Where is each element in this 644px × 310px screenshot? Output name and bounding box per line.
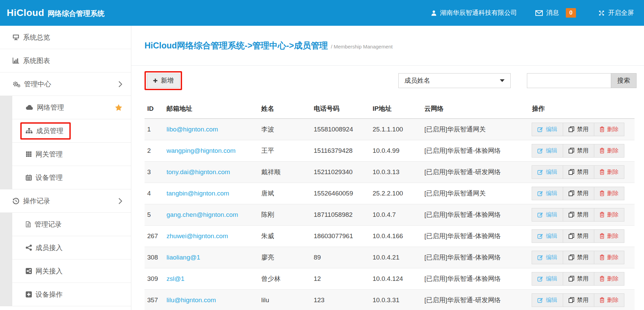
row-email: zhuwei@hignton.com — [164, 225, 259, 247]
email-link[interactable]: liaoliang@1 — [166, 254, 200, 261]
email-link[interactable]: zhuwei@hignton.com — [166, 232, 228, 240]
disable-button[interactable]: 禁用 — [563, 293, 594, 307]
row-network: [已启用]华辰智通-体验网络 — [422, 268, 529, 289]
messages-menu[interactable]: 消息 0 — [535, 8, 576, 18]
row-phone: 89 — [311, 247, 370, 268]
sidebar-item-operation-logs[interactable]: 操作记录 — [0, 189, 131, 213]
email-link[interactable]: tony.dai@hignton.com — [166, 168, 230, 175]
disable-button[interactable]: 禁用 — [563, 208, 594, 222]
edit-button[interactable]: 编辑 — [532, 144, 563, 158]
sidebar-item-inner: 成员接入 — [26, 243, 63, 252]
sidebar-item-admin-center[interactable]: 管理中心 — [0, 73, 131, 96]
edit-button[interactable]: 编辑 — [532, 229, 563, 243]
page-title: HiCloud网络综合管理系统->管理中心->成员管理 — [145, 40, 328, 51]
email-link[interactable]: lilu@hignton.com — [166, 296, 216, 304]
column-header: 邮箱地址 — [164, 100, 259, 119]
sidebar-item-admin-logs[interactable]: 管理记录 — [12, 213, 131, 236]
delete-button[interactable]: 删除 — [594, 187, 624, 200]
sidebar-item-inner: 管理中心 — [13, 80, 51, 89]
action-label: 删除 — [607, 211, 619, 219]
edit-button[interactable]: 编辑 — [532, 208, 563, 222]
app-logo-suffix: 网络综合管理系统 — [48, 9, 105, 18]
disable-button[interactable]: 禁用 — [563, 187, 594, 200]
row-network: [已启用]华辰智通-体验网络 — [422, 225, 529, 247]
sidebar-item-label: 网络管理 — [37, 103, 64, 112]
sidebar-item-inner: 系统总览 — [13, 33, 50, 42]
email-link[interactable]: wangping@hignton.com — [166, 147, 236, 154]
sidebar-item-device-management[interactable]: 设备管理 — [12, 166, 131, 189]
sidebar-item-label: 管理记录 — [35, 220, 62, 229]
company-menu[interactable]: 湖南华辰智通科技有限公司 — [431, 8, 517, 17]
sidebar-item-member-access[interactable]: 成员接入 — [12, 236, 131, 260]
sidebar-item-label: 成员管理 — [36, 126, 63, 136]
sidebar-submenu: 网络管理成员管理网关管理设备管理 — [0, 96, 131, 189]
trash-icon — [600, 276, 604, 282]
add-button[interactable]: 新增 — [147, 74, 180, 88]
sidebar-item-system-overview[interactable]: 系统总览 — [0, 26, 131, 49]
sidebar-item-label: 操作记录 — [23, 197, 50, 206]
delete-button[interactable]: 删除 — [594, 251, 624, 264]
row-name: 陈刚 — [259, 204, 311, 225]
delete-button[interactable]: 删除 — [594, 208, 624, 222]
email-link[interactable]: zsl@1 — [166, 275, 184, 282]
top-header-bar: HiCloud 网络综合管理系统 湖南华辰智通科技有限公司 消息 0 开启全屏 — [0, 0, 644, 26]
edit-button[interactable]: 编辑 — [532, 165, 563, 179]
copy-icon — [569, 169, 574, 175]
delete-button[interactable]: 删除 — [594, 123, 624, 136]
disable-button[interactable]: 禁用 — [563, 272, 594, 286]
fullscreen-button[interactable]: 开启全屏 — [598, 8, 634, 17]
search-button[interactable]: 搜索 — [611, 73, 637, 88]
company-name: 湖南华辰智通科技有限公司 — [440, 8, 517, 17]
edit-button[interactable]: 编辑 — [532, 293, 563, 307]
sidebar: 系统总览系统图表管理中心网络管理成员管理网关管理设备管理操作记录管理记录成员接入… — [0, 26, 131, 310]
sidebar-item-inner: 操作记录 — [13, 197, 50, 206]
delete-button[interactable]: 删除 — [594, 144, 624, 158]
email-link[interactable]: gang.chen@hignton.com — [166, 211, 238, 218]
sidebar-item-system-charts[interactable]: 系统图表 — [0, 49, 131, 73]
sidebar-item-inner: 设备管理 — [26, 173, 63, 182]
trash-icon — [600, 233, 604, 239]
disable-button[interactable]: 禁用 — [563, 123, 594, 136]
action-label: 编辑 — [546, 125, 557, 133]
search-input[interactable] — [527, 73, 611, 88]
row-actions: 编辑禁用删除 — [529, 289, 635, 310]
envelope-icon — [535, 10, 543, 16]
trash-icon — [600, 126, 604, 132]
row-ip: 10.0.4.21 — [370, 247, 422, 268]
column-header: ID — [145, 100, 164, 119]
disable-button[interactable]: 禁用 — [563, 251, 594, 264]
edit-button[interactable]: 编辑 — [532, 251, 563, 264]
disable-button[interactable]: 禁用 — [563, 144, 594, 158]
column-header: 云网络 — [422, 100, 529, 119]
action-label: 删除 — [607, 189, 619, 197]
row-actions: 编辑禁用删除 — [529, 204, 635, 225]
edit-icon — [537, 212, 543, 218]
edit-button[interactable]: 编辑 — [532, 272, 563, 286]
sidebar-item-device-operations[interactable]: 设备操作 — [12, 283, 131, 306]
action-button-group: 编辑禁用删除 — [532, 293, 632, 307]
app-logo[interactable]: HiCloud 网络综合管理系统 — [7, 7, 105, 18]
sidebar-item-gateway-management[interactable]: 网关管理 — [12, 143, 131, 166]
messages-count-badge: 0 — [566, 8, 576, 18]
delete-button[interactable]: 删除 — [594, 165, 624, 179]
edit-icon — [537, 233, 543, 239]
delete-button[interactable]: 删除 — [594, 293, 624, 307]
main-content: HiCloud网络综合管理系统->管理中心->成员管理 / Membership… — [131, 26, 644, 310]
table-row: 3tony.dai@hignton.com戴祥顺1521102934010.0.… — [145, 161, 635, 183]
edit-button[interactable]: 编辑 — [532, 123, 563, 136]
filter-field-select[interactable]: 成员姓名 — [398, 73, 511, 88]
row-ip: 10.0.4.99 — [370, 140, 422, 161]
disable-button[interactable]: 禁用 — [563, 229, 594, 243]
email-link[interactable]: tangbin@hignton.com — [166, 190, 229, 197]
share-square-icon — [26, 268, 32, 274]
row-name: 朱威 — [259, 225, 311, 247]
sidebar-item-network-management[interactable]: 网络管理 — [12, 96, 131, 119]
sidebar-item-gateway-access[interactable]: 网关接入 — [12, 260, 131, 283]
delete-button[interactable]: 删除 — [594, 272, 624, 286]
sidebar-item-member-management[interactable]: 成员管理 — [12, 119, 131, 143]
disable-button[interactable]: 禁用 — [563, 165, 594, 179]
row-actions: 编辑禁用删除 — [529, 119, 635, 140]
email-link[interactable]: libo@hignton.com — [166, 126, 218, 133]
edit-button[interactable]: 编辑 — [532, 187, 563, 200]
delete-button[interactable]: 删除 — [594, 229, 624, 243]
